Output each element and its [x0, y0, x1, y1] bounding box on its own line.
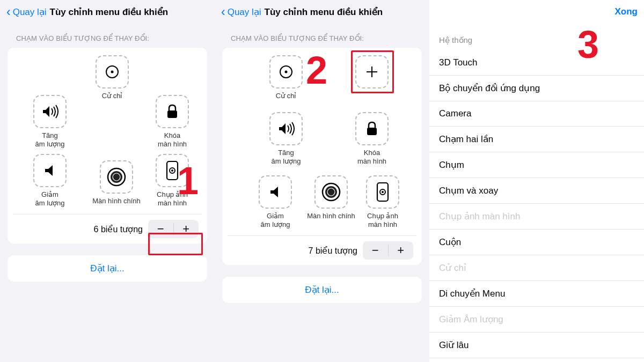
chevron-left-icon: ‹ — [6, 6, 11, 18]
icon-count-stepper: − + — [148, 220, 199, 238]
option-row[interactable]: Cuộn — [429, 230, 644, 255]
option-row[interactable]: Giữ và Kéo — [429, 358, 644, 362]
back-button[interactable]: ‹ Quay lại — [221, 6, 261, 18]
svg-point-8 — [171, 169, 173, 172]
control-volume-down[interactable]: Giảmâm lượng — [255, 175, 295, 230]
stepper-minus-button[interactable]: − — [148, 220, 173, 238]
icon-count-row: 7 biểu tượng − + — [228, 235, 416, 265]
svg-point-1 — [111, 71, 114, 73]
back-label: Quay lại — [228, 6, 261, 18]
option-row[interactable]: Camera — [429, 101, 644, 127]
home-icon — [314, 175, 348, 209]
svg-point-4 — [111, 171, 122, 183]
annotation-number: 1 — [177, 159, 199, 203]
screenshot-icon — [366, 175, 399, 209]
header: Xong — [429, 0, 644, 24]
annotation-number: 3 — [577, 23, 599, 67]
page-title: Tùy chỉnh menu điều khiển — [50, 6, 169, 18]
icon-count-label: 7 biểu tượng — [309, 246, 357, 256]
option-row[interactable]: Chạm hai lần — [429, 127, 644, 152]
stepper-minus-button[interactable]: − — [363, 241, 388, 260]
control-screenshot[interactable]: Chụp ảnhmàn hình — [363, 175, 402, 230]
home-icon — [100, 160, 133, 194]
gesture-icon — [96, 55, 129, 88]
section-subheader: CHẠM VÀO BIỂU TƯỢNG ĐỂ THAY ĐỔI: — [0, 24, 215, 48]
control-home[interactable]: Màn hình chính — [307, 175, 355, 220]
stepper-plus-button[interactable]: + — [389, 241, 414, 260]
option-row: Giảm Âm lượng — [429, 307, 644, 333]
done-button[interactable]: Xong — [615, 6, 638, 17]
controls-card: Cử chỉ Tăngâm lượng Khóamàn hình Giảmâm … — [8, 48, 207, 243]
option-row: Cử chỉ — [429, 255, 644, 281]
chevron-left-icon: ‹ — [221, 6, 225, 18]
reset-button[interactable]: Đặt lại... — [8, 255, 207, 282]
reset-button[interactable]: Đặt lại... — [222, 277, 422, 303]
icon-count-label: 6 biểu tượng — [94, 224, 143, 234]
control-volume-up[interactable]: Tăngâm lượng — [266, 112, 306, 166]
plus-icon — [355, 55, 389, 88]
panel-2: ‹ Quay lại Tùy chỉnh menu điều khiển CHẠ… — [215, 0, 429, 362]
volume-down-icon — [259, 175, 292, 209]
gesture-icon — [269, 55, 303, 88]
page-title: Tùy chỉnh menu điều khiển — [265, 6, 383, 18]
icon-count-stepper: − + — [363, 241, 413, 260]
annotation-number: 2 — [306, 48, 327, 92]
option-row[interactable]: Giữ lâu — [429, 333, 644, 358]
volume-up-icon — [33, 95, 67, 128]
control-home[interactable]: Màn hình chính — [92, 160, 141, 205]
svg-point-10 — [285, 71, 288, 73]
lock-icon — [156, 95, 189, 128]
panel-1: ‹ Quay lại Tùy chỉnh menu điều khiển CHẠ… — [0, 0, 215, 362]
control-add-slot[interactable] — [352, 55, 392, 92]
section-subheader: CHẠM VÀO BIỂU TƯỢNG ĐỂ THAY ĐỔI: — [215, 24, 429, 48]
volume-up-icon — [269, 112, 303, 145]
control-lock-screen[interactable]: Khóamàn hình — [152, 95, 192, 149]
option-row[interactable]: Chụm — [429, 152, 644, 178]
stepper-plus-button[interactable]: + — [174, 220, 199, 238]
icon-area: Cử chỉ Tăngâm lượng Khóamàn hình Giảmâm … — [13, 53, 202, 214]
option-row[interactable]: 3D Touch — [429, 50, 644, 76]
option-row[interactable]: Di chuyển Menu — [429, 281, 644, 307]
control-volume-down[interactable]: Giảmâm lượng — [30, 154, 70, 208]
control-volume-up[interactable]: Tăngâm lượng — [30, 95, 70, 149]
control-gesture[interactable]: Cử chỉ — [92, 55, 132, 100]
option-row[interactable]: Chụm và xoay — [429, 178, 644, 204]
volume-down-icon — [33, 154, 67, 187]
control-lock-screen[interactable]: Khóamàn hình — [352, 112, 392, 166]
header: ‹ Quay lại Tùy chỉnh menu điều khiển — [215, 0, 429, 24]
svg-point-19 — [382, 191, 384, 193]
svg-rect-2 — [167, 110, 177, 118]
lock-icon — [355, 112, 389, 145]
control-gesture[interactable]: Cử chỉ — [266, 55, 306, 100]
panel-3: Xong Hệ thống 3D TouchBộ chuyển đổi ứng … — [429, 0, 644, 362]
svg-point-15 — [325, 186, 337, 198]
header: ‹ Quay lại Tùy chỉnh menu điều khiển — [0, 0, 215, 24]
option-row: Chụp ảnh màn hình — [429, 204, 644, 230]
svg-rect-13 — [367, 128, 377, 135]
back-button[interactable]: ‹ Quay lại — [6, 6, 47, 18]
options-list: 3D TouchBộ chuyển đổi ứng dụngCameraChạm… — [429, 50, 644, 362]
icon-count-row: 6 biểu tượng − + — [13, 214, 202, 243]
section-header: Hệ thống — [429, 24, 644, 50]
back-label: Quay lại — [13, 6, 47, 18]
option-row[interactable]: Bộ chuyển đổi ứng dụng — [429, 76, 644, 101]
